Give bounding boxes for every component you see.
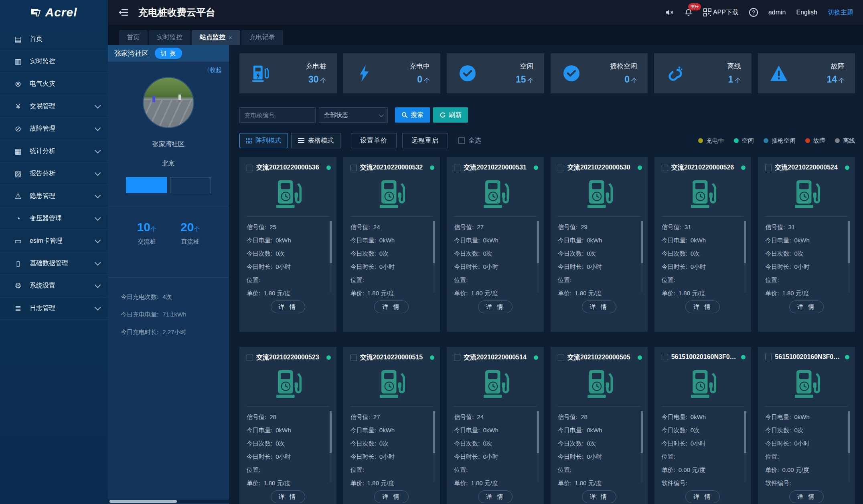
detail-button[interactable]: 详 情 <box>271 300 305 313</box>
sidebar-item-日志管理[interactable]: ≣ 日志管理 <box>0 297 108 320</box>
panel-collapse-link[interactable]: 〈收起 <box>204 67 222 74</box>
vehicle-tab-button[interactable] <box>170 177 211 193</box>
detail-button[interactable]: 详 情 <box>789 490 824 503</box>
charger-checkbox[interactable] <box>454 355 460 361</box>
tab-close-icon[interactable]: × <box>229 34 232 41</box>
language-switch[interactable]: English <box>796 9 817 16</box>
card-scrollbar[interactable] <box>330 221 332 292</box>
detail-button[interactable]: 详 情 <box>478 300 513 313</box>
scrollbar-thumb[interactable] <box>109 500 177 503</box>
tab-充电记录[interactable]: 充电记录 <box>241 30 283 45</box>
detail-button[interactable]: 详 情 <box>685 300 720 313</box>
charger-checkbox[interactable] <box>765 354 772 360</box>
sidebar-item-统计分析[interactable]: ▦ 统计分析 <box>0 140 108 163</box>
detail-button[interactable]: 详 情 <box>478 490 513 503</box>
card-scrollbar[interactable] <box>641 411 643 482</box>
scrollbar-thumb[interactable] <box>433 221 435 263</box>
sidebar-item-esim卡管理[interactable]: ▭ esim卡管理 <box>0 230 108 252</box>
info-value: 0次 <box>276 440 285 447</box>
tab-站点监控[interactable]: 站点监控 × <box>192 30 240 45</box>
scrollbar-thumb[interactable] <box>641 221 643 263</box>
charger-checkbox[interactable] <box>350 355 357 361</box>
scrollbar-thumb[interactable] <box>537 411 539 453</box>
detail-button[interactable]: 详 情 <box>789 300 824 313</box>
scrollbar-thumb[interactable] <box>537 221 539 263</box>
detail-button[interactable]: 详 情 <box>374 300 409 313</box>
sidebar-item-icon: ⚙ <box>12 281 24 290</box>
charger-checkbox[interactable] <box>765 165 772 171</box>
card-scrollbar[interactable] <box>848 221 850 292</box>
sidebar-item-变压器管理[interactable]: ◔ 变压器管理 <box>0 208 108 230</box>
tab-首页[interactable]: 首页 <box>119 30 148 45</box>
sidebar-item-交易管理[interactable]: ¥ 交易管理 <box>0 95 108 118</box>
sidebar-item-基础数据管理[interactable]: ▯ 基础数据管理 <box>0 252 108 275</box>
select-all-control[interactable]: 全选 <box>458 137 481 145</box>
charger-info: 信号值:27 今日电量:0kWh 今日次数:0次 今日时长:0小时 位置: 单价… <box>454 220 532 300</box>
theme-switch-link[interactable]: 切换主题 <box>828 8 853 17</box>
charger-checkbox[interactable] <box>558 355 564 361</box>
notification-bell-icon[interactable]: 99+ <box>684 8 693 17</box>
sidebar-item-电气火灾[interactable]: ⊗ 电气火灾 <box>0 73 108 95</box>
detail-button[interactable]: 详 情 <box>374 490 409 503</box>
scrollbar-thumb[interactable] <box>744 411 746 453</box>
detail-button[interactable]: 详 情 <box>582 490 616 503</box>
detail-button[interactable]: 详 情 <box>271 490 305 503</box>
sidebar-item-首页[interactable]: ▤ 首页 <box>0 28 108 50</box>
detail-button[interactable]: 详 情 <box>582 300 616 313</box>
help-icon[interactable]: ? <box>749 8 758 17</box>
sidebar-item-实时监控[interactable]: ▥ 实时监控 <box>0 50 108 73</box>
card-scrollbar[interactable] <box>641 221 643 292</box>
horizontal-scrollbar[interactable] <box>108 500 229 503</box>
charger-checkbox[interactable] <box>247 355 253 361</box>
sidebar-item-隐患管理[interactable]: ⚠ 隐患管理 <box>0 185 108 208</box>
charger-checkbox[interactable] <box>558 165 564 171</box>
charger-checkbox[interactable] <box>247 165 253 171</box>
refresh-button[interactable]: 刷新 <box>433 107 468 123</box>
brand-logo-text: Acrel <box>45 6 77 19</box>
grid-mode-button[interactable]: 阵列模式 <box>239 133 288 148</box>
scrollbar-thumb[interactable] <box>330 221 332 263</box>
scrollbar-thumb[interactable] <box>848 221 850 263</box>
card-scrollbar[interactable] <box>537 411 539 482</box>
scrollbar-thumb[interactable] <box>330 411 332 453</box>
charger-checkbox[interactable] <box>662 354 668 360</box>
scrollbar-thumb[interactable] <box>641 411 643 453</box>
mute-icon[interactable] <box>665 8 674 17</box>
user-name[interactable]: admin <box>768 9 786 16</box>
status-select[interactable]: 全部状态 <box>319 107 388 123</box>
detail-button[interactable]: 详 情 <box>685 490 720 503</box>
sidebar-item-系统设置[interactable]: ⚙ 系统设置 <box>0 275 108 297</box>
charger-checkbox[interactable] <box>454 165 460 171</box>
station-switch-button[interactable]: 切 换 <box>155 48 182 59</box>
status-card-value: 14 <box>827 74 837 85</box>
remote-restart-button[interactable]: 远程重启 <box>402 133 448 148</box>
select-all-checkbox[interactable] <box>458 137 465 144</box>
charger-checkbox[interactable] <box>662 165 668 171</box>
vehicle-tab-button[interactable] <box>126 177 167 193</box>
card-scrollbar[interactable] <box>433 221 435 292</box>
info-row: 今日电量:0kWh <box>454 234 532 247</box>
card-scrollbar[interactable] <box>848 411 850 482</box>
sidebar-item-报告分析[interactable]: ▨ 报告分析 <box>0 163 108 185</box>
search-button[interactable]: 搜索 <box>395 107 430 123</box>
table-mode-button[interactable]: 表格模式 <box>291 133 340 148</box>
charger-title: 交流20210220000514 <box>464 353 531 362</box>
sidebar-item-label: esim卡管理 <box>30 237 95 245</box>
app-download-link[interactable]: APP下载 <box>703 8 739 17</box>
tab-实时监控[interactable]: 实时监控 <box>149 30 190 45</box>
set-price-button[interactable]: 设置单价 <box>351 133 397 148</box>
charger-checkbox[interactable] <box>350 165 357 171</box>
scrollbar-thumb[interactable] <box>433 411 435 453</box>
card-scrollbar[interactable] <box>744 411 746 482</box>
card-scrollbar[interactable] <box>433 411 435 482</box>
sidebar-collapse-icon[interactable] <box>118 8 129 17</box>
gun-number-input[interactable] <box>239 107 316 123</box>
scrollbar-thumb[interactable] <box>848 411 850 453</box>
card-scrollbar[interactable] <box>744 221 746 292</box>
sidebar-item-icon: ▥ <box>12 57 24 66</box>
card-scrollbar[interactable] <box>537 221 539 292</box>
sidebar-item-故障管理[interactable]: ⊘ 故障管理 <box>0 118 108 140</box>
pile-count: 10 <box>137 220 150 234</box>
scrollbar-thumb[interactable] <box>744 221 746 263</box>
card-scrollbar[interactable] <box>330 411 332 482</box>
